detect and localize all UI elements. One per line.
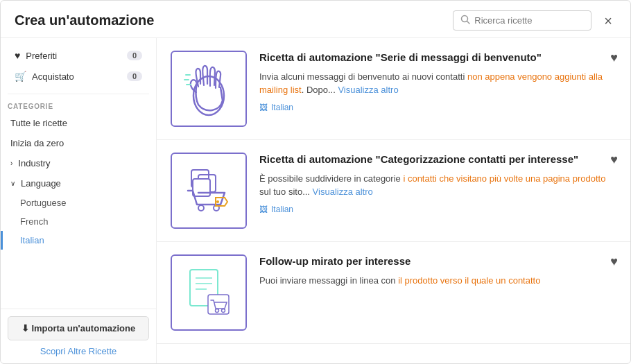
french-label: French — [20, 216, 48, 227]
import-button[interactable]: ⬇ Importa un'automazione — [8, 316, 149, 340]
svg-line-1 — [467, 21, 470, 24]
recipe-title-3: Follow-up mirato per interesse — [259, 254, 610, 268]
view-more-2[interactable]: Visualizza altro — [313, 187, 373, 197]
content-area: Ricetta di automazione "Serie di messagg… — [157, 38, 630, 363]
recipe-thumbnail-1 — [171, 51, 247, 127]
sub-item-portuguese[interactable]: Portuguese — [1, 193, 156, 212]
import-btn-label: ⬇ Importa un'automazione — [21, 323, 135, 333]
category-all-label: Tutte le ricette — [10, 118, 67, 128]
sub-item-french[interactable]: French — [1, 212, 156, 231]
search-box[interactable] — [453, 10, 591, 31]
recipe-info-2: Ricetta di automazione "Categorizzazione… — [259, 153, 610, 214]
wave-illustration — [178, 58, 240, 120]
recipe-thumbnail-2 — [171, 153, 247, 229]
followup-illustration — [178, 261, 240, 324]
cart-illustration — [178, 159, 240, 222]
chevron-right-icon: › — [10, 159, 12, 167]
favorite-button-1[interactable]: ♥ — [610, 51, 618, 65]
heart-icon: ♥ — [15, 50, 20, 61]
recipe-lang-1: 🖼 Italian — [259, 103, 610, 112]
purchased-label: Acquistato — [32, 71, 121, 82]
category-all[interactable]: Tutte le ricette — [1, 113, 156, 133]
header-right: × — [453, 10, 616, 31]
view-more-1[interactable]: Visualizza altro — [338, 85, 398, 95]
category-zero[interactable]: Inizia da zero — [1, 133, 156, 153]
italian-label: Italian — [20, 235, 44, 245]
recipe-info-3: Follow-up mirato per interesse Puoi invi… — [259, 254, 610, 293]
modal-body: ♥ Preferiti 0 🛒 Acquistato 0 CATEGORIE T… — [1, 38, 630, 363]
search-icon — [460, 15, 470, 26]
search-input[interactable] — [474, 15, 584, 26]
cart-icon: 🛒 — [15, 71, 26, 82]
lang-label-1: Italian — [271, 103, 293, 112]
categories-label: CATEGORIE — [1, 97, 156, 113]
sidebar-top: ♥ Preferiti 0 🛒 Acquistato 0 — [1, 38, 156, 91]
recipe-title-2: Ricetta di automazione "Categorizzazione… — [259, 153, 610, 166]
modal-title: Crea un'automazione — [15, 12, 154, 28]
recipe-desc-1: Invia alcuni messaggi di benvenuto ai nu… — [259, 70, 610, 97]
recipe-title-1: Ricetta di automazione "Serie di messagg… — [259, 51, 610, 64]
category-industry[interactable]: › Industry — [1, 153, 156, 173]
chevron-down-icon: ∨ — [10, 180, 15, 187]
discover-link[interactable]: Scopri Altre Ricette — [8, 346, 149, 356]
favorites-label: Preferiti — [26, 51, 121, 61]
flag-icon-2: 🖼 — [259, 205, 268, 214]
favorite-button-2[interactable]: ♥ — [610, 153, 618, 167]
recipe-card-3: Follow-up mirato per interesse Puoi invi… — [157, 242, 630, 344]
svg-point-8 — [216, 200, 219, 203]
sidebar-footer: ⬇ Importa un'automazione Scopri Altre Ri… — [1, 309, 156, 363]
recipe-info-1: Ricetta di automazione "Serie di messagg… — [259, 51, 610, 112]
category-industry-label: Industry — [18, 158, 50, 168]
recipe-desc-2: È possibile suddividere in categorie i c… — [259, 172, 610, 199]
lang-label-2: Italian — [271, 205, 293, 214]
recipe-desc-3: Puoi inviare messaggi in linea con il pr… — [259, 274, 610, 288]
purchased-badge: 0 — [127, 71, 142, 81]
recipe-card-1: Ricetta di automazione "Serie di messagg… — [157, 38, 630, 140]
recipe-card-2: Ricetta di automazione "Categorizzazione… — [157, 140, 630, 242]
category-language[interactable]: ∨ Language — [1, 173, 156, 193]
modal-header: Crea un'automazione × — [1, 1, 630, 38]
sidebar-divider — [8, 94, 149, 94]
favorites-badge: 0 — [127, 51, 142, 60]
close-button[interactable]: × — [600, 12, 616, 29]
category-language-label: Language — [21, 178, 61, 189]
recipe-lang-2: 🖼 Italian — [259, 205, 610, 214]
sidebar: ♥ Preferiti 0 🛒 Acquistato 0 CATEGORIE T… — [1, 38, 157, 363]
sidebar-item-purchased[interactable]: 🛒 Acquistato 0 — [8, 66, 149, 87]
sidebar-scrollable: Tutte le ricette Inizia da zero › Indust… — [1, 113, 156, 309]
category-zero-label: Inizia da zero — [10, 138, 64, 148]
portuguese-label: Portuguese — [20, 198, 67, 208]
sub-item-italian[interactable]: Italian — [1, 231, 156, 250]
recipe-thumbnail-3 — [171, 254, 247, 331]
flag-icon-1: 🖼 — [259, 103, 268, 112]
favorite-button-3[interactable]: ♥ — [610, 254, 618, 269]
sidebar-item-favorites[interactable]: ♥ Preferiti 0 — [8, 45, 149, 66]
svg-point-6 — [198, 205, 204, 211]
